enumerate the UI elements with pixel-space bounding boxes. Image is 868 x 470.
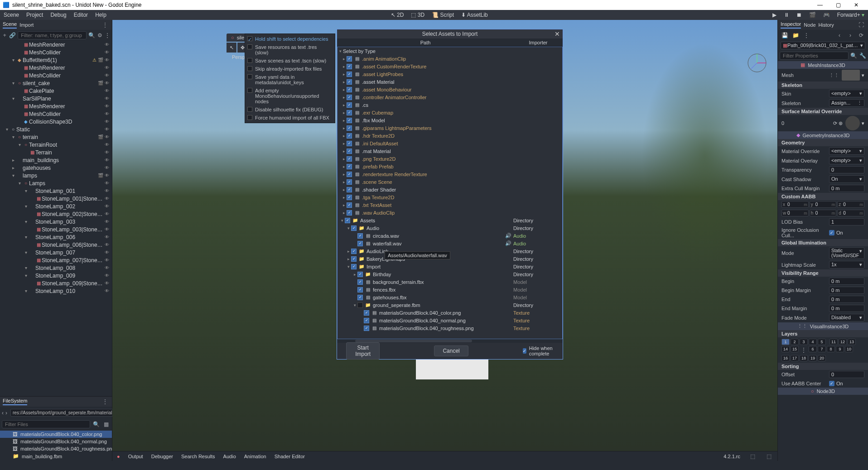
type-row[interactable]: ▸✓▤.wav AudioClip bbox=[338, 209, 562, 216]
stop-button[interactable]: ⏹ bbox=[796, 12, 802, 18]
tree-row[interactable]: ▾StoneLamp_007👁 bbox=[0, 249, 112, 256]
type-row[interactable]: ▸✓▤.asset MonoBehaviour bbox=[338, 86, 562, 93]
type-row[interactable]: ▸✓▤.exr Cubemap bbox=[338, 109, 562, 116]
fs-back-icon[interactable]: ‹ bbox=[2, 409, 4, 417]
view-3d[interactable]: ⬚ 3D bbox=[411, 12, 424, 18]
import-menu-item[interactable]: Disable silhouette fix (DEBUG) bbox=[245, 106, 335, 114]
type-row[interactable]: ▸✓▤.shader Shader bbox=[338, 186, 562, 193]
transparency-input[interactable] bbox=[829, 166, 864, 173]
cancel-button[interactable]: Cancel bbox=[434, 345, 468, 356]
close-button[interactable]: ✕ bbox=[847, 2, 865, 8]
gi-mode-dropdown[interactable]: Static (VoxelGI/SDF▾ bbox=[829, 247, 864, 259]
type-row[interactable]: ▸✓▤.anim AnimationClip bbox=[338, 55, 562, 62]
viewport-area[interactable]: ○silent... ↖ ✥ Perspe... ✓Hold shift to … bbox=[112, 20, 777, 461]
tree-row[interactable]: ▾StoneLamp_002👁 bbox=[0, 202, 112, 210]
tree-row[interactable]: ▾○terrain🎬👁 bbox=[0, 133, 112, 141]
expand-icon[interactable]: ⛶ bbox=[857, 21, 865, 29]
tree-row[interactable]: ▦CakePlate👁 bbox=[0, 87, 112, 95]
aabb-z[interactable]: z0m bbox=[837, 201, 864, 208]
type-row[interactable]: ▸✓▤.tga Texture2D bbox=[338, 193, 562, 201]
section-visualinstance[interactable]: ⋮⋮VisualInstance3D bbox=[778, 322, 868, 330]
bottom-animation[interactable]: Animation bbox=[244, 454, 266, 459]
aabb-d[interactable]: d0m bbox=[837, 210, 864, 216]
remote-button[interactable]: 🎬 bbox=[809, 12, 816, 18]
scene-tree[interactable]: ▦MeshRenderer👁▦MeshCollider👁▾◆BuffetItem… bbox=[0, 41, 112, 396]
menu-editor[interactable]: Editor bbox=[74, 12, 88, 18]
insp-menu-icon[interactable]: ⋮ bbox=[802, 31, 810, 39]
view-script[interactable]: 📜 Script bbox=[432, 12, 454, 18]
play-scene-button[interactable]: 🎮 bbox=[823, 12, 830, 18]
type-row[interactable]: ▸✓▤.ini DefaultAsset bbox=[338, 139, 562, 147]
insp-open-icon[interactable]: 📁 bbox=[791, 31, 800, 39]
tree-row[interactable]: ▾StoneLamp_010👁 bbox=[0, 287, 112, 295]
type-row[interactable]: ▸✓▤.rendertexture RenderTexture bbox=[338, 170, 562, 178]
tree-row[interactable]: ▾lamps🎬👁 bbox=[0, 172, 112, 179]
file-row[interactable]: ▾✓📁AudioDirectory bbox=[338, 224, 562, 232]
tree-row[interactable]: ▾StoneLamp_001👁 bbox=[0, 187, 112, 195]
tree-row[interactable]: ▦StoneLamp_003|StoneLantern_L_sto...👁 bbox=[0, 225, 112, 233]
tree-row[interactable]: ▾SarSilPlane👁 bbox=[0, 95, 112, 102]
mesh-preview[interactable] bbox=[842, 70, 860, 81]
type-row[interactable]: ▸✓▤.cs bbox=[338, 101, 562, 109]
bottom-icon2[interactable]: ⬚ bbox=[765, 452, 773, 460]
tree-row[interactable]: ▦MeshRenderer👁 bbox=[0, 41, 112, 48]
tab-history[interactable]: History bbox=[819, 22, 834, 28]
type-row[interactable]: ▸✓▤.asset CustomRenderTexture bbox=[338, 62, 562, 70]
import-menu-item[interactable]: Skip already-imported fbx files bbox=[245, 65, 335, 73]
insp-reload-icon[interactable]: ⟳ bbox=[857, 31, 865, 39]
file-row[interactable]: ▸✓📁BirthdayDirectory bbox=[338, 270, 562, 278]
aabb-x[interactable]: x0m bbox=[781, 201, 809, 208]
vr-end-margin-input[interactable] bbox=[829, 305, 864, 312]
vt-select-icon[interactable]: ↖ bbox=[227, 43, 236, 53]
file-row[interactable]: ✓▤materialsGroundBlock.040_normal.pngTex… bbox=[338, 317, 562, 324]
minimize-button[interactable]: — bbox=[811, 2, 829, 8]
file-row[interactable]: ▾✓📁ImportDirectory bbox=[338, 263, 562, 270]
tree-row[interactable]: ▾◆BuffetItem6(1)⚠🎬👁 bbox=[0, 56, 112, 64]
insp-save-icon[interactable]: 💾 bbox=[781, 31, 789, 39]
tree-row[interactable]: ▦StoneLamp_001|StoneLantern_L_sto...👁 bbox=[0, 195, 112, 202]
tree-row[interactable]: ▾StoneLamp_008👁 bbox=[0, 264, 112, 272]
type-row[interactable]: ▸✓▤.controller AnimatorController bbox=[338, 93, 562, 101]
file-row[interactable]: ▾✓📁AssetsDirectory bbox=[338, 216, 562, 224]
offset-input[interactable] bbox=[829, 371, 864, 378]
extra-cull-input[interactable] bbox=[829, 185, 864, 192]
type-row[interactable]: ▸✓▤.mat Material bbox=[338, 147, 562, 155]
tree-row[interactable]: ▾○Lamps👁 bbox=[0, 179, 112, 187]
tool2-icon[interactable]: ⋮ bbox=[105, 31, 110, 39]
import-menu-item[interactable]: Add empty MonoBehaviour/unsupported node… bbox=[245, 86, 335, 106]
insp-next-icon[interactable]: › bbox=[846, 31, 854, 39]
search-icon[interactable]: 🔍 bbox=[88, 31, 95, 39]
viewport-gizmo[interactable] bbox=[746, 52, 768, 74]
aabb-y[interactable]: y0m bbox=[810, 201, 837, 208]
bottom-audio[interactable]: Audio bbox=[223, 454, 236, 459]
inspector-filter-input[interactable] bbox=[780, 52, 849, 60]
file-row[interactable]: ✓▤fences.fbxModel bbox=[338, 286, 562, 293]
tree-row[interactable]: ▾○Static👁 bbox=[0, 125, 112, 133]
tree-row[interactable]: ▦MeshCollider👁 bbox=[0, 110, 112, 118]
import-menu-item[interactable]: Save scenes as text .tscn (slow) bbox=[245, 57, 335, 65]
skin-dropdown[interactable]: <empty>▾ bbox=[829, 90, 864, 97]
tab-filesystem[interactable]: FileSystem bbox=[3, 398, 27, 405]
tree-row[interactable]: ▦StoneLamp_009|StoneLantern_L_sto...👁 bbox=[0, 279, 112, 287]
file-row[interactable]: ✓▤materialsGroundBlock.040_roughness.png… bbox=[338, 324, 562, 332]
vr-end-input[interactable] bbox=[829, 296, 864, 303]
tree-row[interactable]: ▾○TerrainRoot👁 bbox=[0, 141, 112, 149]
bottom-output[interactable]: Output bbox=[128, 454, 143, 459]
fs-item[interactable]: 🖼materialsGroundBlock.040_color.png bbox=[0, 431, 112, 438]
section-meshinstance[interactable]: ▦MeshInstance3D bbox=[778, 61, 868, 69]
tree-row[interactable]: ▦StoneLamp_006|StoneLantern_L_sto...👁 bbox=[0, 241, 112, 249]
import-menu-item[interactable]: ✓Hold shift to select dependencies bbox=[245, 35, 335, 43]
insp-prev-icon[interactable]: ‹ bbox=[835, 31, 844, 39]
file-row[interactable]: ✓▤circada.wav🔊Audio bbox=[338, 232, 562, 240]
fs-search-icon[interactable]: 🔍 bbox=[92, 420, 100, 428]
cast-shadow-dropdown[interactable]: On▾ bbox=[829, 175, 864, 183]
tree-row[interactable]: ▾StoneLamp_006👁 bbox=[0, 233, 112, 241]
link-icon[interactable]: 🔗 bbox=[9, 31, 16, 39]
view-assetlib[interactable]: ⬇ AssetLib bbox=[461, 12, 488, 18]
fs-grid-icon[interactable]: ▦ bbox=[102, 420, 110, 428]
tree-row[interactable]: ▦MeshRenderer👁 bbox=[0, 64, 112, 72]
file-row[interactable]: ✓▤waterfall.wav🔊Audio bbox=[338, 240, 562, 247]
tab-scene[interactable]: Scene bbox=[3, 21, 17, 29]
start-import-button[interactable]: Start Import bbox=[346, 342, 380, 360]
vr-begin-margin-input[interactable] bbox=[829, 287, 864, 294]
